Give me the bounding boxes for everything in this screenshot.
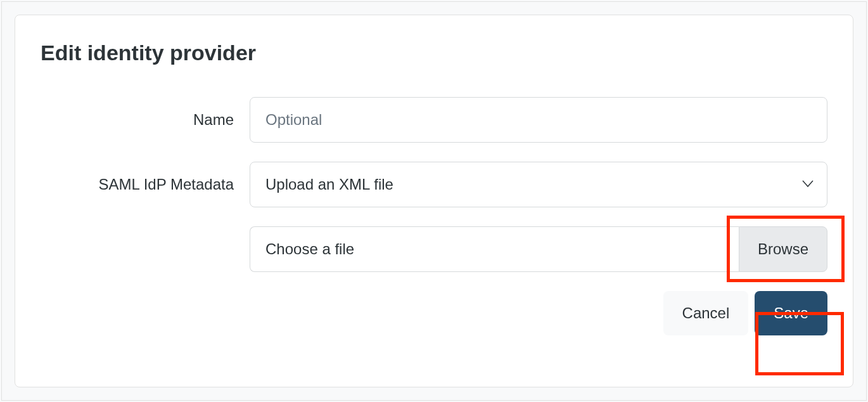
metadata-select-wrap: Upload an XML file: [250, 162, 827, 207]
metadata-row: SAML IdP Metadata Upload an XML file: [41, 162, 827, 207]
save-button[interactable]: Save: [755, 291, 827, 335]
metadata-select-container: Upload an XML file: [250, 162, 827, 207]
metadata-select[interactable]: Upload an XML file: [250, 162, 827, 207]
action-row: Cancel Save: [250, 291, 827, 335]
browse-button[interactable]: Browse: [739, 226, 827, 272]
page-frame: Edit identity provider Name SAML IdP Met…: [1, 1, 867, 401]
name-input[interactable]: [250, 97, 827, 143]
name-row: Name: [41, 97, 827, 143]
cancel-button[interactable]: Cancel: [663, 291, 749, 335]
name-label: Name: [41, 111, 250, 129]
file-row: Choose a file Browse: [250, 226, 827, 272]
metadata-label: SAML IdP Metadata: [41, 176, 250, 193]
page-title: Edit identity provider: [41, 41, 827, 65]
file-placeholder[interactable]: Choose a file: [250, 226, 739, 272]
edit-idp-card: Edit identity provider Name SAML IdP Met…: [15, 15, 853, 387]
name-input-wrap: [250, 97, 827, 143]
